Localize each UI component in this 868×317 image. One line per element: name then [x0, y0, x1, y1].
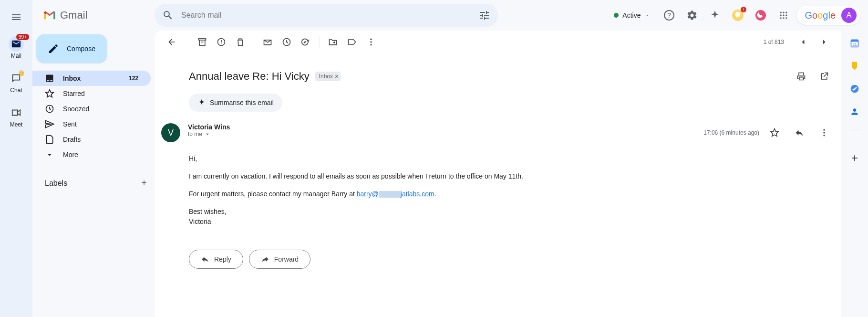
back-button[interactable] — [162, 32, 181, 52]
compose-button[interactable]: Compose — [36, 34, 107, 63]
sender-avatar[interactable]: V — [161, 123, 180, 142]
label-chip[interactable]: Inbox × — [315, 72, 341, 81]
chip-remove-button[interactable]: × — [335, 73, 339, 80]
chevron-right-icon — [819, 37, 829, 47]
google-logo-text: Google — [805, 10, 836, 21]
add-task-button[interactable] — [296, 32, 315, 52]
svg-point-9 — [786, 14, 787, 16]
star-outline-icon — [770, 128, 779, 137]
calendar-addon[interactable]: 31 — [850, 38, 859, 48]
print-icon — [796, 72, 806, 81]
sidebar-item-sent[interactable]: Sent — [32, 116, 151, 132]
message-content: Annual leave Re: Hi Vicky Inbox × Summar… — [155, 53, 841, 282]
sender-name[interactable]: Victoria Wins — [188, 123, 696, 131]
support-button[interactable]: ? — [660, 6, 679, 25]
delete-button[interactable] — [231, 32, 250, 52]
spam-button[interactable] — [212, 32, 231, 52]
add-label-button[interactable]: + — [141, 178, 147, 189]
search-icon — [162, 10, 174, 21]
svg-point-17 — [370, 39, 372, 40]
archive-icon — [197, 37, 207, 47]
archive-button[interactable] — [193, 32, 212, 52]
get-addons-button[interactable]: + — [851, 151, 858, 165]
sidebar-item-more[interactable]: More — [32, 147, 151, 162]
mark-unread-button[interactable] — [258, 32, 277, 52]
person-icon — [850, 107, 859, 116]
svg-point-7 — [780, 14, 782, 16]
reply-icon — [795, 128, 804, 137]
popout-button[interactable] — [815, 67, 834, 86]
header-right: Active ? ! Google A — [608, 6, 864, 25]
sidebar-item-inbox[interactable]: Inbox 122 — [32, 71, 151, 86]
status-dot-icon — [614, 13, 619, 18]
apps-button[interactable] — [774, 6, 793, 25]
status-selector[interactable]: Active — [608, 9, 656, 22]
body-greeting: Hi, — [189, 154, 813, 164]
labels-button[interactable] — [342, 32, 362, 52]
more-button[interactable] — [362, 32, 381, 52]
hamburger-icon — [10, 11, 22, 23]
arrow-back-icon — [167, 37, 176, 47]
sidebar-item-drafts[interactable]: Drafts — [32, 132, 151, 147]
clock-icon — [45, 104, 54, 114]
settings-button[interactable] — [682, 6, 702, 25]
chevron-down-icon — [644, 12, 650, 18]
recipient-dropdown[interactable]: to me — [188, 131, 696, 137]
message-more-button[interactable] — [815, 123, 834, 142]
inbox-icon — [45, 74, 54, 83]
search-button[interactable] — [158, 6, 177, 25]
folder-move-icon — [328, 37, 338, 47]
body-closing: Best wishes, — [189, 207, 813, 217]
prev-button[interactable] — [794, 32, 813, 52]
toolbar: 1 of 813 — [155, 31, 841, 53]
svg-point-21 — [823, 132, 825, 133]
keep-addon[interactable] — [850, 61, 859, 71]
snooze-button[interactable] — [277, 32, 296, 52]
sidebar-item-starred[interactable]: Starred — [32, 86, 151, 101]
video-icon — [11, 107, 21, 118]
rail-mail[interactable]: 99+ Mail — [0, 31, 32, 63]
forward-icon — [261, 255, 269, 264]
tasks-addon[interactable] — [850, 84, 859, 94]
gemini-button[interactable] — [705, 6, 724, 25]
contacts-button[interactable] — [751, 6, 770, 25]
timestamp: 17:06 (6 minutes ago) — [703, 129, 759, 136]
contacts-addon[interactable] — [850, 107, 859, 116]
star-message-button[interactable] — [765, 123, 784, 142]
sparkle-icon — [197, 98, 206, 107]
compose-label: Compose — [67, 45, 95, 53]
rail-meet[interactable]: Meet — [0, 99, 32, 132]
send-icon — [45, 119, 54, 129]
print-button[interactable] — [792, 67, 811, 86]
tune-icon — [479, 10, 490, 21]
forward-button[interactable]: Forward — [249, 250, 310, 269]
search-input[interactable] — [177, 11, 475, 20]
moon-icon — [755, 10, 766, 21]
more-vert-icon — [366, 37, 376, 47]
trash-icon — [236, 37, 245, 47]
reply-icon-button[interactable] — [790, 123, 809, 142]
logo-area[interactable]: Gmail — [37, 9, 151, 22]
reply-button[interactable]: Reply — [189, 250, 243, 269]
summarise-button[interactable]: Summarise this email — [189, 94, 282, 112]
svg-point-18 — [370, 41, 372, 42]
sidebar-label: Inbox — [63, 74, 81, 82]
svg-point-8 — [783, 14, 785, 16]
file-icon — [45, 135, 54, 144]
notification-button[interactable]: ! — [728, 6, 747, 25]
open-new-icon — [819, 72, 829, 81]
more-vert-icon — [819, 128, 829, 137]
sidebar-item-snoozed[interactable]: Snoozed — [32, 101, 151, 116]
next-button[interactable] — [815, 32, 834, 52]
redacted-text — [379, 191, 401, 198]
alert-dot-icon: ! — [741, 7, 746, 12]
avatar[interactable]: A — [841, 8, 857, 23]
subject-text: Annual leave Re: Hi Vicky — [189, 70, 310, 83]
search-options-button[interactable] — [475, 6, 494, 25]
rail-chat[interactable]: 👋 Chat — [0, 65, 32, 97]
svg-point-20 — [823, 129, 825, 131]
main-menu-button[interactable] — [5, 6, 28, 29]
move-button[interactable] — [323, 32, 342, 52]
account-chip[interactable]: Google A — [797, 6, 860, 25]
contact-email-link[interactable]: barry@jatlabs.com — [357, 190, 434, 198]
